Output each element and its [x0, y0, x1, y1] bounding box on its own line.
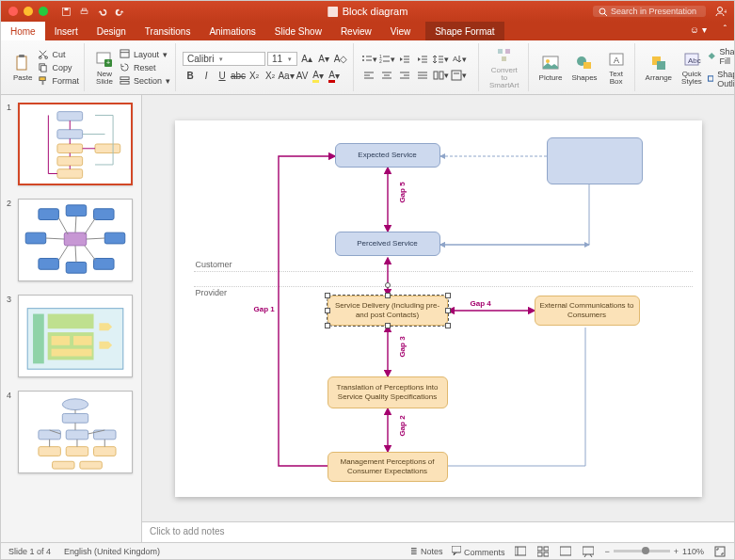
- zoom-value[interactable]: 110%: [682, 547, 704, 556]
- align-left-button[interactable]: [360, 68, 377, 83]
- shapes-button[interactable]: Shapes: [567, 52, 600, 84]
- tab-view[interactable]: View: [381, 22, 421, 40]
- tab-home[interactable]: Home: [1, 22, 45, 40]
- bold-button[interactable]: B: [183, 69, 198, 84]
- align-text-button[interactable]: ▾: [450, 68, 467, 83]
- format-painter-button[interactable]: Format: [38, 74, 79, 87]
- strikethrough-button[interactable]: abc: [231, 69, 246, 84]
- cut-button[interactable]: Cut: [38, 48, 79, 60]
- slide-canvas[interactable]: Customer Provider - Word of Mouth - Pers…: [175, 120, 702, 497]
- feedback-button[interactable]: ☺ ▾: [680, 22, 716, 40]
- undo-icon[interactable]: [97, 7, 107, 17]
- notes-pane[interactable]: Click to add notes: [142, 521, 734, 542]
- sel-handle[interactable]: [325, 323, 330, 328]
- highlight-button[interactable]: A▾: [311, 69, 326, 84]
- shape-fill-button[interactable]: Shape Fill ▾: [708, 46, 735, 67]
- font-color-button[interactable]: A▾: [327, 69, 342, 84]
- box-external[interactable]: External Communications to Consumers: [535, 296, 640, 326]
- sorter-view-button[interactable]: [536, 545, 550, 558]
- search-input[interactable]: Search in Presentation: [593, 6, 706, 17]
- copy-button[interactable]: Copy: [38, 61, 79, 73]
- ribbon-collapse-button[interactable]: ˆ: [716, 22, 734, 40]
- tab-slideshow[interactable]: Slide Show: [265, 22, 331, 40]
- underline-button[interactable]: U: [215, 69, 230, 84]
- font-name-combo[interactable]: Calibri▾: [183, 52, 265, 66]
- redo-icon[interactable]: [115, 7, 125, 17]
- char-spacing-button[interactable]: AV: [295, 69, 310, 84]
- zoom-in-button[interactable]: +: [674, 547, 679, 556]
- textbox-button[interactable]: AText Box: [603, 48, 630, 88]
- notes-toggle[interactable]: ≣ Notes: [410, 547, 442, 556]
- line-spacing-button[interactable]: ▾: [432, 52, 449, 67]
- change-case-button[interactable]: Aa▾: [279, 69, 294, 84]
- subscript-button[interactable]: X2: [247, 69, 262, 84]
- sel-handle[interactable]: [385, 323, 391, 328]
- align-right-button[interactable]: [396, 68, 413, 83]
- reset-button[interactable]: Reset: [120, 61, 170, 73]
- thumbnail-4[interactable]: 4: [7, 391, 136, 473]
- status-language[interactable]: English (United Kingdom): [64, 547, 160, 556]
- font-size-combo[interactable]: 11▾: [267, 52, 297, 66]
- zoom-slider[interactable]: [614, 550, 670, 552]
- box-perceived[interactable]: Perceived Service: [335, 232, 440, 256]
- justify-button[interactable]: [414, 68, 431, 83]
- normal-view-button[interactable]: [514, 545, 527, 558]
- columns-button[interactable]: ▾: [432, 68, 449, 83]
- box-delivery-selected[interactable]: Service Delivery (Including pre- and pos…: [328, 296, 448, 326]
- clear-formatting-button[interactable]: A◇: [333, 52, 348, 67]
- tab-animations[interactable]: Animations: [200, 22, 264, 40]
- decrease-indent-button[interactable]: [396, 52, 413, 67]
- quick-styles-button[interactable]: AbcQuick Styles: [678, 48, 706, 88]
- new-slide-button[interactable]: + New Slide: [91, 48, 118, 88]
- thumbnail-3[interactable]: 3: [7, 295, 136, 377]
- grow-font-button[interactable]: A▴: [299, 52, 314, 67]
- thumbnail-1[interactable]: 1: [7, 103, 136, 185]
- text-direction-button[interactable]: A▾: [450, 52, 467, 67]
- italic-button[interactable]: I: [199, 69, 214, 84]
- sel-handle[interactable]: [325, 308, 330, 313]
- tab-review[interactable]: Review: [331, 22, 381, 40]
- align-center-button[interactable]: [378, 68, 395, 83]
- close-window-button[interactable]: [8, 7, 18, 16]
- tab-insert[interactable]: Insert: [45, 22, 88, 40]
- sorter-view-icon: [537, 546, 549, 557]
- sel-handle[interactable]: [385, 293, 391, 298]
- print-icon[interactable]: [79, 7, 89, 17]
- slide-canvas-area[interactable]: Customer Provider - Word of Mouth - Pers…: [142, 95, 734, 521]
- paste-button[interactable]: Paste: [9, 52, 36, 84]
- superscript-button[interactable]: X2: [263, 69, 278, 84]
- arrange-button[interactable]: Arrange: [642, 52, 676, 84]
- zoom-out-button[interactable]: −: [604, 547, 609, 556]
- minimize-window-button[interactable]: [24, 7, 33, 16]
- bullets-button[interactable]: ▾: [360, 52, 377, 67]
- box-expected[interactable]: Expected Service: [335, 143, 440, 168]
- box-bullets-bg[interactable]: [547, 137, 643, 184]
- convert-smartart-button[interactable]: Convert to SmartArt: [486, 44, 523, 91]
- slide-thumbnails-panel[interactable]: 1 2 3 4: [1, 95, 142, 542]
- fit-slide-button[interactable]: [713, 545, 727, 558]
- box-translation[interactable]: Translation of Perceptions into Service …: [328, 376, 448, 408]
- save-icon[interactable]: [61, 7, 72, 17]
- tab-shape-format[interactable]: Shape Format: [425, 22, 503, 40]
- section-button[interactable]: Section ▾: [120, 74, 170, 87]
- layout-button[interactable]: Layout ▾: [120, 48, 170, 60]
- reading-view-button[interactable]: [559, 545, 572, 558]
- sel-handle[interactable]: [325, 293, 330, 298]
- shrink-font-button[interactable]: A▾: [316, 52, 331, 67]
- tab-design[interactable]: Design: [88, 22, 136, 40]
- sel-handle[interactable]: [445, 323, 451, 328]
- picture-button[interactable]: Picture: [535, 52, 567, 84]
- comments-toggle[interactable]: Comments: [452, 546, 504, 557]
- sel-handle[interactable]: [445, 293, 451, 298]
- increase-indent-button[interactable]: [414, 52, 431, 67]
- numbering-button[interactable]: 12▾: [378, 52, 395, 67]
- sel-rotate-handle[interactable]: [385, 282, 391, 288]
- box-mgmt[interactable]: Management Perceptions of Consumer Expec…: [328, 452, 448, 482]
- share-icon[interactable]: +: [713, 5, 727, 18]
- shape-outline-button[interactable]: Shape Outline ▾: [708, 69, 735, 89]
- thumbnail-2[interactable]: 2: [7, 199, 136, 281]
- slideshow-button[interactable]: [582, 545, 595, 558]
- tab-transitions[interactable]: Transitions: [136, 22, 200, 40]
- sel-handle[interactable]: [445, 308, 451, 313]
- maximize-window-button[interactable]: [39, 7, 48, 16]
